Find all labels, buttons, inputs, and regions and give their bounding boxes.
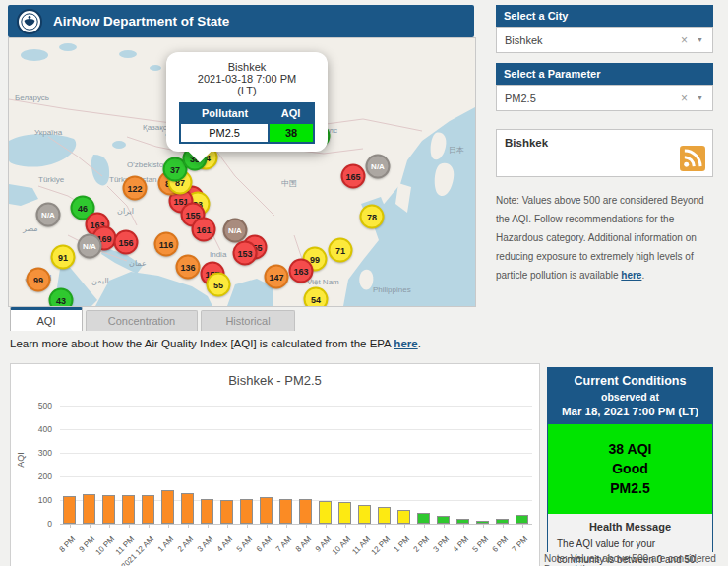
- aqi-marker[interactable]: 153: [233, 241, 258, 266]
- chart-bar: [201, 499, 213, 524]
- gridline: [60, 453, 532, 454]
- aqi-marker[interactable]: 136: [176, 255, 201, 280]
- city-clear-icon[interactable]: ×: [675, 33, 694, 47]
- chart-bar: [240, 499, 253, 524]
- map-country-label: Việt Nam: [307, 278, 339, 286]
- x-tick: [227, 524, 228, 528]
- chart-bar: [397, 510, 410, 524]
- tab-aqi[interactable]: AQI: [10, 307, 83, 331]
- chart-bar: [338, 502, 351, 524]
- aqi-marker[interactable]: 91: [51, 245, 76, 270]
- chart-bar: [83, 494, 95, 524]
- x-tick: [385, 524, 386, 528]
- x-tick: [463, 524, 464, 528]
- aqi-marker[interactable]: 161: [192, 218, 216, 242]
- map-country-label: Україна: [34, 128, 62, 137]
- parameter-select[interactable]: PM2.5 × ▼: [496, 85, 713, 111]
- current-conditions-panel: Current Conditions observed at Mar 18, 2…: [547, 367, 713, 552]
- city-select-value: Bishkek: [497, 34, 675, 46]
- gridline: [60, 406, 532, 407]
- aqi-marker[interactable]: N/A: [78, 234, 102, 259]
- popup-col-pollutant: Pollutant: [180, 103, 269, 123]
- x-tick: [522, 524, 523, 528]
- chart-bar: [142, 495, 154, 524]
- chart-bar: [516, 515, 528, 524]
- aqi-marker[interactable]: 43: [49, 288, 74, 308]
- chart-bar: [378, 507, 391, 524]
- chart-bar: [181, 493, 194, 524]
- y-tick-label: 200: [27, 472, 52, 481]
- map-country-label: India: [210, 250, 226, 259]
- epa-here-link[interactable]: here: [394, 338, 417, 349]
- aqi-marker[interactable]: 163: [289, 259, 314, 283]
- parameter-caret-icon[interactable]: ▼: [694, 94, 712, 101]
- popup-aqi-value: 38: [269, 123, 314, 143]
- map-country-label: اليمن: [91, 277, 109, 285]
- note-suffix: .: [641, 270, 644, 281]
- aqi-marker[interactable]: 54: [304, 287, 329, 308]
- map-country-label: 中国: [281, 178, 297, 189]
- map-country-label: ايران: [117, 207, 134, 216]
- chart-bar: [220, 500, 233, 524]
- tab-bar: AQIConcentrationHistorical: [10, 307, 295, 331]
- aqi-map[interactable]: БеларусьУкраїнаҚазақстанO'zbekistonTürkm…: [8, 37, 476, 307]
- cc-title: Current Conditions: [552, 374, 708, 388]
- x-tick: [247, 524, 248, 528]
- x-tick: [267, 524, 268, 528]
- parameter-clear-icon[interactable]: ×: [675, 92, 694, 105]
- map-country-label: Philippines: [373, 285, 411, 294]
- chart-bar: [161, 490, 174, 524]
- aqi-marker[interactable]: 116: [154, 232, 179, 257]
- app-header: AirNow Department of State: [8, 5, 474, 37]
- city-caret-icon[interactable]: ▼: [694, 36, 712, 43]
- y-tick-label: 500: [27, 401, 52, 410]
- city-select[interactable]: Bishkek × ▼: [496, 27, 713, 53]
- tab-historical[interactable]: Historical: [201, 310, 295, 331]
- map-popup: Bishkek 2021-03-18 7:00 PM (LT) Pollutan…: [166, 52, 328, 152]
- cc-aqi-block: 38 AQI Good PM2.5: [548, 424, 712, 514]
- cc-pollutant: PM2.5: [548, 480, 712, 496]
- aqi-marker[interactable]: 71: [329, 238, 353, 263]
- x-tick: [149, 524, 150, 528]
- gridline: [60, 429, 532, 430]
- chart-title: Bishkek - PM2.5: [11, 373, 539, 388]
- cc-datetime: Mar 18, 2021 7:00 PM (LT): [552, 406, 708, 417]
- aqi-marker[interactable]: N/A: [36, 203, 61, 227]
- aqi-marker[interactable]: N/A: [366, 155, 391, 179]
- popup-pollutant-value: PM2.5: [180, 123, 269, 143]
- chart-bar: [437, 516, 450, 524]
- x-tick: [109, 524, 110, 528]
- parameter-select-value: PM2.5: [497, 93, 675, 104]
- cc-aqi-value: 38 AQI: [548, 441, 712, 457]
- rss-icon[interactable]: [680, 146, 705, 171]
- aqi-marker[interactable]: 78: [360, 205, 385, 229]
- y-tick-label: 300: [27, 448, 52, 458]
- sidebar: Select a City Bishkek × ▼ Select a Param…: [496, 5, 713, 294]
- select-city-header: Select a City: [496, 5, 713, 27]
- x-tick: [404, 524, 405, 528]
- aqi-marker[interactable]: 165: [341, 164, 366, 189]
- map-country-label: Türkiye: [38, 175, 64, 184]
- chart-bar: [260, 497, 273, 524]
- y-tick-label: 100: [27, 495, 52, 505]
- gridline: [60, 476, 532, 477]
- x-tick: [306, 524, 307, 528]
- chart-bar: [299, 499, 312, 524]
- popup-datetime: 2021-03-18 7:00 PM: [172, 73, 322, 85]
- chart-bar: [63, 496, 76, 524]
- aqi-marker[interactable]: 55: [207, 273, 231, 297]
- x-tick: [424, 524, 425, 528]
- map-country-label: O'zbekiston: [127, 160, 168, 169]
- aqi-marker[interactable]: 122: [123, 176, 148, 201]
- aqi-marker[interactable]: 147: [265, 265, 289, 289]
- aqi-marker[interactable]: 99: [27, 268, 51, 292]
- tab-concentration[interactable]: Concentration: [86, 310, 198, 331]
- x-tick: [444, 524, 445, 528]
- gridline: [60, 524, 532, 525]
- note-here-link[interactable]: here: [621, 270, 641, 281]
- aqi-marker[interactable]: N/A: [223, 219, 248, 243]
- learn-more-suffix: .: [418, 338, 421, 349]
- x-tick: [326, 524, 327, 528]
- aqi-marker[interactable]: 156: [114, 230, 139, 255]
- chart-bar: [279, 499, 292, 524]
